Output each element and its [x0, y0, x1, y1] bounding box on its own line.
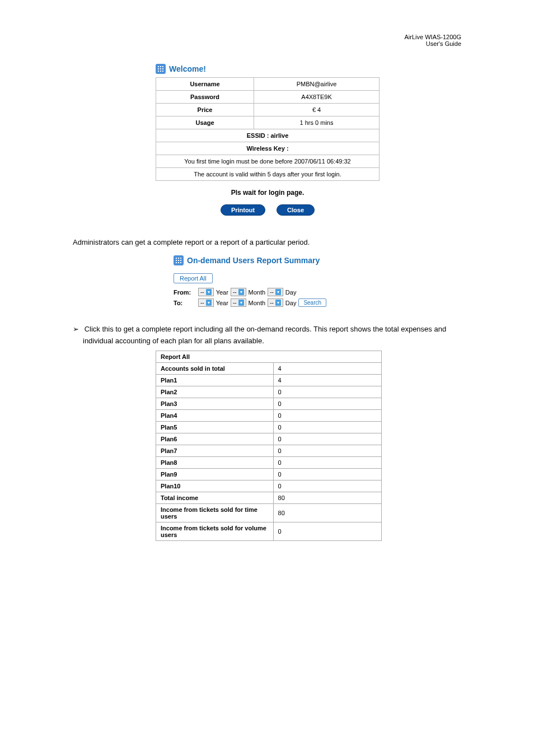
svg-rect-12 — [176, 260, 177, 261]
close-button[interactable]: Close — [277, 204, 315, 216]
row-key: Income from tickets sold for time users — [156, 503, 274, 522]
from-year-select[interactable]: --▾ — [198, 288, 214, 296]
from-label: From: — [174, 289, 196, 296]
welcome-table: Username PMBN@airlive Password A4X8TE9K … — [156, 77, 380, 181]
table-row: Plan14 — [156, 374, 382, 386]
svg-rect-16 — [178, 262, 179, 263]
chevron-down-icon: ▾ — [238, 289, 244, 295]
svg-rect-8 — [162, 71, 163, 72]
report-all-table: Report All Accounts sold in total4Plan14… — [156, 351, 382, 541]
row-key: Plan1 — [156, 374, 274, 386]
svg-rect-0 — [158, 66, 159, 67]
summary-title: On-demand Users Report Summary — [187, 256, 320, 265]
welcome-title: Welcome! — [169, 64, 206, 73]
report-all-button[interactable]: Report All — [174, 273, 213, 283]
arrow-icon: ➢ — [73, 325, 79, 333]
first-login-row: You first time login must be done before… — [156, 155, 380, 168]
table-row: Income from tickets sold for volume user… — [156, 522, 382, 540]
table-row: Accounts sold in total4 — [156, 362, 382, 374]
svg-rect-14 — [180, 260, 181, 261]
row-key: Total income — [156, 492, 274, 503]
admin-text: Administrators can get a complete report… — [73, 238, 461, 246]
search-button[interactable]: Search — [298, 298, 326, 307]
svg-rect-2 — [162, 66, 163, 67]
row-key: Plan9 — [156, 468, 274, 480]
row-value: 80 — [273, 503, 381, 522]
month-text: Month — [249, 289, 266, 296]
chevron-down-icon: ▾ — [206, 289, 212, 295]
month-text: Month — [249, 300, 266, 306]
chevron-down-icon: ▾ — [275, 289, 281, 295]
table-row: Plan90 — [156, 468, 382, 480]
printout-button[interactable]: Printout — [221, 204, 265, 216]
svg-rect-17 — [180, 262, 181, 263]
to-year-select[interactable]: --▾ — [198, 298, 214, 307]
from-month-select[interactable]: --▾ — [231, 288, 246, 296]
doc-header: AirLive WIAS-1200G User's Guide — [73, 34, 461, 47]
svg-rect-7 — [160, 71, 161, 72]
row-key: Plan3 — [156, 398, 274, 409]
row-value: 0 — [273, 445, 381, 456]
product-name: AirLive WIAS-1200G — [405, 34, 461, 40]
password-value: A4X8TE9K — [254, 91, 380, 104]
price-label: Price — [156, 104, 254, 116]
svg-rect-13 — [178, 260, 179, 261]
row-key: Plan2 — [156, 386, 274, 398]
to-month-select[interactable]: --▾ — [231, 298, 246, 307]
svg-rect-9 — [176, 258, 177, 259]
row-key: Plan4 — [156, 409, 274, 421]
row-key: Plan7 — [156, 445, 274, 456]
table-row: Income from tickets sold for time users8… — [156, 503, 382, 522]
to-day-select[interactable]: --▾ — [268, 298, 283, 307]
row-value: 4 — [273, 374, 381, 386]
svg-rect-4 — [160, 68, 161, 69]
row-key: Plan6 — [156, 433, 274, 445]
table-row: Plan60 — [156, 433, 382, 445]
usage-value: 1 hrs 0 mins — [254, 116, 380, 129]
table-row: Plan40 — [156, 409, 382, 421]
password-label: Password — [156, 91, 254, 104]
report-all-title: Report All — [156, 351, 382, 362]
grid-icon — [156, 64, 166, 74]
svg-rect-3 — [158, 68, 159, 69]
doc-title: User's Guide — [426, 40, 461, 47]
essid-row: ESSID : airlive — [156, 129, 380, 142]
usage-label: Usage — [156, 116, 254, 129]
table-row: Plan20 — [156, 386, 382, 398]
svg-rect-10 — [178, 258, 179, 259]
year-text: Year — [216, 289, 228, 296]
row-key: Income from tickets sold for volume user… — [156, 522, 274, 540]
svg-rect-6 — [158, 71, 159, 72]
wait-text: Pls wait for login page. — [156, 189, 380, 197]
from-day-select[interactable]: --▾ — [268, 288, 283, 296]
chevron-down-icon: ▾ — [206, 300, 212, 306]
paragraph-text: Click this to get a complete report incl… — [83, 325, 446, 345]
svg-rect-5 — [162, 68, 163, 69]
report-all-paragraph: ➢ Click this to get a complete report in… — [73, 324, 461, 347]
row-value: 0 — [273, 398, 381, 409]
row-key: Plan5 — [156, 421, 274, 433]
row-value: 0 — [273, 409, 381, 421]
row-value: 4 — [273, 362, 381, 374]
username-value: PMBN@airlive — [254, 78, 380, 91]
row-value: 0 — [273, 386, 381, 398]
row-value: 0 — [273, 468, 381, 480]
to-label: To: — [174, 300, 196, 306]
table-row: Plan80 — [156, 456, 382, 468]
svg-rect-1 — [160, 66, 161, 67]
year-text: Year — [216, 300, 228, 306]
table-row: Total income80 — [156, 492, 382, 503]
table-row: Plan30 — [156, 398, 382, 409]
chevron-down-icon: ▾ — [238, 300, 244, 306]
grid-icon — [174, 255, 184, 265]
chevron-down-icon: ▾ — [275, 300, 281, 306]
row-value: 0 — [273, 433, 381, 445]
row-value: 80 — [273, 492, 381, 503]
row-key: Plan8 — [156, 456, 274, 468]
row-value: 0 — [273, 480, 381, 492]
row-value: 0 — [273, 456, 381, 468]
table-row: Plan70 — [156, 445, 382, 456]
wkey-row: Wireless Key : — [156, 142, 380, 155]
svg-rect-11 — [180, 258, 181, 259]
table-row: Plan50 — [156, 421, 382, 433]
